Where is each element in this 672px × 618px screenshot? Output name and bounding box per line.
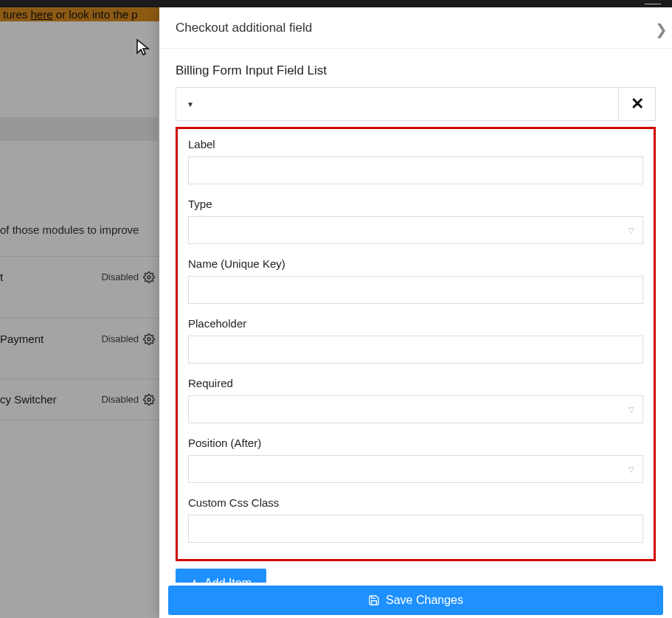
module-row[interactable]: Payment Disabled xyxy=(0,318,159,359)
notice-text-before: tures xyxy=(3,8,31,21)
module-row-status: Disabled xyxy=(101,333,155,345)
field-required-block: Required ▽ xyxy=(188,377,643,423)
drawer-header: Checkout additional field ❯ xyxy=(159,7,672,49)
gear-icon[interactable] xyxy=(143,271,155,283)
drawer-panel: Checkout additional field ❯ Billing Form… xyxy=(159,7,672,618)
topbar-user-hint: —— xyxy=(645,0,661,7)
position-select[interactable] xyxy=(188,455,643,483)
label-input[interactable] xyxy=(188,156,643,184)
chevron-down-icon: ▼ xyxy=(187,100,194,108)
name-input[interactable] xyxy=(188,276,643,304)
save-changes-label: Save Changes xyxy=(386,594,463,607)
module-row[interactable]: cy Switcher Disabled xyxy=(0,378,159,420)
close-icon[interactable]: ❯ xyxy=(655,21,668,38)
notice-text-after: or look into the p xyxy=(53,8,138,21)
drawer-footer: Save Changes xyxy=(159,583,672,618)
notice-link[interactable]: here xyxy=(31,8,53,21)
background-toolbar-stripe xyxy=(0,117,158,141)
module-row-label: Payment xyxy=(0,333,44,345)
chevron-down-icon: ▽ xyxy=(628,226,634,235)
remove-item-button[interactable]: ✕ xyxy=(619,87,656,121)
top-bar: —— xyxy=(0,0,672,7)
drawer-title: Checkout additional field xyxy=(176,21,312,35)
save-icon xyxy=(368,594,380,606)
list-item-toggle[interactable]: ▼ xyxy=(176,87,619,121)
field-label: Type xyxy=(188,198,643,210)
status-text: Disabled xyxy=(101,394,139,405)
type-select[interactable] xyxy=(188,216,643,244)
status-text: Disabled xyxy=(101,271,139,282)
chevron-down-icon: ▽ xyxy=(628,406,634,414)
field-label: Label xyxy=(188,138,643,150)
placeholder-input[interactable] xyxy=(188,336,643,364)
required-select[interactable] xyxy=(188,395,643,423)
svg-point-1 xyxy=(148,338,150,341)
field-label: Placeholder xyxy=(188,317,643,330)
module-row-label: cy Switcher xyxy=(0,393,57,406)
module-row[interactable]: t Disabled xyxy=(0,256,159,297)
background-description: of those modules to improve xyxy=(0,223,159,236)
chevron-down-icon: ▽ xyxy=(628,465,634,473)
list-item-header: ▼ ✕ xyxy=(176,87,656,121)
field-position-block: Position (After) ▽ xyxy=(188,437,643,483)
field-label: Required xyxy=(188,377,643,389)
module-row-status: Disabled xyxy=(101,394,155,406)
drawer-body: Billing Form Input Field List ▼ ✕ Label … xyxy=(159,49,672,598)
field-label-block: Label xyxy=(188,138,643,184)
save-changes-button[interactable]: Save Changes xyxy=(168,586,663,615)
css-class-input[interactable] xyxy=(188,515,643,543)
field-label: Position (After) xyxy=(188,437,643,449)
section-title: Billing Form Input Field List xyxy=(176,63,656,78)
field-label: Name (Unique Key) xyxy=(188,257,643,270)
module-row-label: t xyxy=(0,271,3,283)
svg-point-2 xyxy=(148,398,150,401)
module-row-status: Disabled xyxy=(101,271,155,283)
close-icon: ✕ xyxy=(631,96,644,112)
background-divider xyxy=(0,420,159,420)
svg-point-0 xyxy=(148,276,150,279)
field-type-block: Type ▽ xyxy=(188,198,643,244)
gear-icon[interactable] xyxy=(143,333,155,345)
field-css-block: Custom Css Class xyxy=(188,496,643,543)
field-placeholder-block: Placeholder xyxy=(188,317,643,364)
field-name-block: Name (Unique Key) xyxy=(188,257,643,304)
field-group-highlight: Label Type ▽ Name (Unique Key) Placehold… xyxy=(176,127,656,561)
status-text: Disabled xyxy=(101,333,139,344)
field-label: Custom Css Class xyxy=(188,496,643,509)
gear-icon[interactable] xyxy=(143,394,155,406)
